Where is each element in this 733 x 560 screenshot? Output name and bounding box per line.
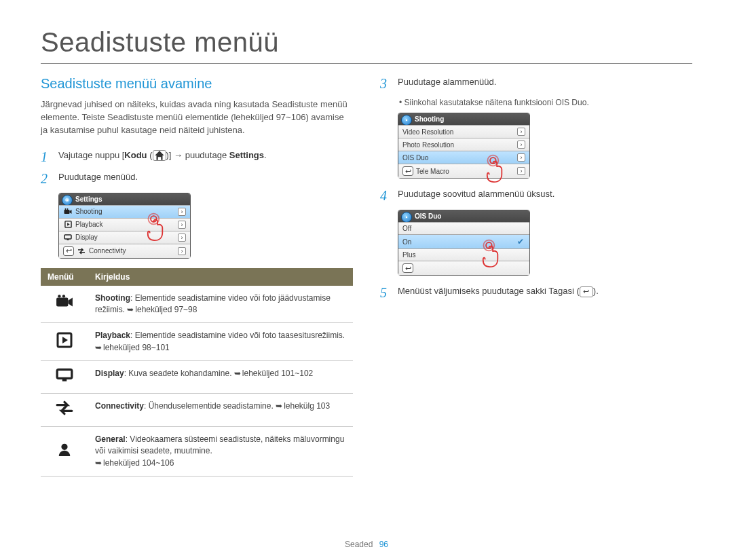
ui-row-shooting[interactable]: Shooting › — [59, 205, 190, 218]
user-icon — [41, 426, 88, 476]
step-2: 2 Puudutage menüüd. — [41, 171, 353, 186]
home-icon — [153, 150, 166, 161]
play-icon — [41, 323, 88, 361]
ui-row-label: On — [402, 238, 517, 246]
play-icon — [63, 221, 73, 228]
chevron-right-icon: › — [178, 208, 186, 216]
table-row: Shooting: Elementide seadistamine video … — [41, 286, 353, 323]
step3-sub: Siinkohal kasutatakse näitena funktsioon… — [399, 98, 692, 107]
row-desc: : Videokaamera süsteemi seadistuste, näi… — [95, 434, 344, 455]
row-label: General — [95, 434, 126, 444]
page-title: Seadistuste menüü — [41, 27, 692, 64]
chevron-right-icon: › — [517, 128, 525, 136]
ui-row-tele-macro[interactable]: ↩ Tele Macro › — [398, 164, 529, 178]
chevron-right-icon: › — [178, 247, 186, 255]
step-5: 5 Menüüst väljumiseks puudutage sakki Ta… — [380, 285, 692, 300]
step1-kodu: Kodu — [124, 150, 147, 160]
step4-text: Puudutage soovitud alammenüü üksust. — [398, 188, 692, 201]
display-icon — [63, 234, 73, 241]
ui-settings-panel: Settings Shooting › Playback › Display ›… — [58, 193, 191, 259]
chevron-right-icon: › — [517, 141, 525, 149]
ui-row-label: Video Resolution — [402, 128, 517, 136]
row-label: Display — [95, 369, 124, 378]
svg-point-11 — [62, 295, 65, 297]
svg-point-15 — [61, 444, 67, 450]
row-label: Shooting — [95, 293, 130, 303]
camera-icon — [63, 208, 73, 215]
ui-row-photo-res[interactable]: Photo Resolution › — [398, 138, 529, 151]
step2-text: Puudutage menüüd. — [58, 171, 353, 184]
page-footer: Seaded 96 — [0, 540, 733, 549]
ui-row-connectivity[interactable]: ↩ Connectivity › — [59, 244, 190, 258]
chevron-right-icon: › — [178, 221, 186, 229]
ui-row-label: Shooting — [75, 208, 178, 215]
step5-text-a: Menüüst väljumiseks puudutage sakki Taga… — [398, 286, 580, 296]
step1-text-c: )] → puudutage — [166, 150, 229, 160]
svg-rect-14 — [62, 379, 67, 381]
step3-text: Puudutage alammenüüd. — [398, 76, 692, 89]
step1-text-a: Vajutage nuppu [ — [58, 150, 124, 160]
row-label: Playback — [95, 331, 130, 340]
footer-page-number: 96 — [379, 540, 388, 549]
step-number: 2 — [41, 171, 52, 186]
ui-row-display[interactable]: Display › — [59, 231, 190, 244]
svg-point-10 — [58, 295, 60, 297]
ui-row-label: Tele Macro — [416, 168, 517, 175]
svg-rect-1 — [64, 210, 70, 214]
ui-row-ois-duo[interactable]: OIS Duo › — [398, 151, 529, 164]
ui-oisduo-header: OIS Duo — [398, 210, 529, 222]
ui-row-back[interactable]: ↩ — [398, 261, 529, 275]
menu-description-table: Menüü Kirjeldus Shooting: Elementide sea… — [41, 268, 353, 477]
ui-shooting-title: Shooting — [415, 115, 444, 123]
ui-oisduo-title: OIS Duo — [415, 212, 441, 220]
ui-row-off[interactable]: Off — [398, 222, 529, 234]
step-4: 4 Puudutage soovitud alammenüü üksust. — [380, 188, 692, 203]
row-desc: : Ühenduselementide seadistamine. — [144, 401, 276, 411]
step-number: 1 — [41, 149, 52, 164]
row-desc: : Kuva seadete kohandamine. — [124, 369, 234, 378]
back-icon[interactable]: ↩ — [402, 263, 413, 273]
ui-row-label: Connectivity — [89, 247, 178, 255]
step-number: 4 — [380, 188, 391, 203]
th-desc: Kirjeldus — [88, 268, 353, 286]
back-icon: ↩ — [580, 286, 593, 297]
step-3: 3 Puudutage alammenüüd. — [380, 76, 692, 91]
row-page: leheküljed 98~101 — [95, 343, 170, 352]
row-desc: : Elementide seadistamine video või foto… — [130, 331, 345, 340]
ui-row-video-res[interactable]: Video Resolution › — [398, 125, 529, 138]
footer-section: Seaded — [345, 540, 373, 549]
ui-oisduo-panel: OIS Duo Off On ✔ Plus ↩ — [398, 210, 530, 276]
ui-row-label: Display — [75, 234, 178, 241]
chevron-right-icon: › — [517, 167, 525, 175]
ui-row-label: Plus — [402, 251, 525, 259]
step1-text-b: ( — [147, 150, 153, 160]
back-icon[interactable]: ↩ — [402, 166, 413, 176]
table-row: Playback: Elementide seadistamine video … — [41, 323, 353, 361]
svg-rect-9 — [56, 298, 68, 307]
gear-icon — [401, 115, 412, 126]
row-page: leheküljed 104~106 — [95, 458, 174, 468]
table-row: General: Videokaamera süsteemi seadistus… — [41, 426, 353, 476]
gear-icon — [401, 212, 412, 223]
ui-row-playback[interactable]: Playback › — [59, 218, 190, 231]
ui-row-label: OIS Duo — [402, 154, 517, 162]
row-label: Connectivity — [95, 401, 144, 411]
ui-row-label: Playback — [75, 221, 178, 228]
row-page: leheküljed 97~98 — [127, 305, 197, 314]
back-icon[interactable]: ↩ — [63, 246, 74, 256]
ui-row-on[interactable]: On ✔ — [398, 234, 529, 248]
table-row: Display: Kuva seadete kohandamine. lehek… — [41, 361, 353, 394]
ui-row-plus[interactable]: Plus — [398, 248, 529, 261]
left-column: Seadistuste menüü avamine Järgnevad juhi… — [41, 76, 353, 477]
svg-rect-6 — [67, 239, 69, 240]
ui-settings-header: Settings — [59, 193, 190, 205]
intro-text: Järgnevad juhised on näiteks, kuidas ava… — [41, 98, 353, 137]
chevron-right-icon: › — [178, 234, 186, 242]
step1-settings: Settings — [229, 150, 264, 160]
svg-point-3 — [67, 208, 69, 210]
section-title: Seadistuste menüü avamine — [41, 76, 353, 92]
check-icon: ✔ — [517, 237, 524, 246]
row-page: lehekülg 103 — [276, 401, 330, 411]
svg-point-19 — [406, 217, 408, 219]
table-row: Connectivity: Ühenduselementide seadista… — [41, 394, 353, 426]
